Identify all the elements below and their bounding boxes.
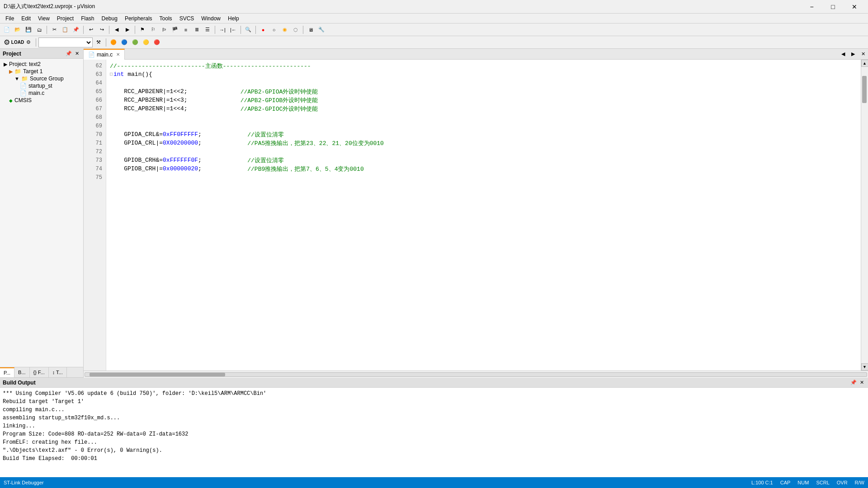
- periph1-btn[interactable]: 🟠: [108, 38, 118, 47]
- tab-right-btn[interactable]: ▶: [848, 49, 858, 59]
- code-content[interactable]: //-------------------------主函数----------…: [106, 60, 861, 371]
- debug4-btn[interactable]: ◌: [291, 25, 301, 35]
- tab-close-all-btn[interactable]: ✕: [858, 49, 868, 59]
- menu-item-debug[interactable]: Debug: [98, 14, 121, 23]
- open-btn[interactable]: 📂: [13, 25, 23, 35]
- toolbar1: 📄 📂 💾 🗂 ✂ 📋 📌 ↩ ↪ ◀ ▶ ⚑ ⚐ 🏳 🏴 ≡ ≣ ☰ →| |…: [0, 23, 868, 36]
- menu-item-svcs[interactable]: SVCS: [176, 14, 198, 23]
- project-close-btn[interactable]: ✕: [73, 50, 80, 57]
- minimize-button[interactable]: −: [802, 1, 822, 12]
- indent-btn[interactable]: →|: [217, 25, 227, 35]
- code-text-65a: RCC_APB2ENR|=1<<2;: [110, 88, 241, 95]
- bookmark6-btn[interactable]: ≣: [192, 25, 202, 35]
- outdent-btn[interactable]: |←: [228, 25, 238, 35]
- bookmark4-btn[interactable]: 🏴: [170, 25, 180, 35]
- code-hex-73: 0xFFFFFF0F: [163, 157, 198, 164]
- vscroll-down-btn[interactable]: ▼: [861, 363, 868, 371]
- debug2-btn[interactable]: ○: [269, 25, 279, 35]
- close-button[interactable]: ✕: [844, 1, 864, 12]
- debug1-btn[interactable]: ●: [258, 25, 268, 35]
- periph4-btn[interactable]: 🟡: [141, 38, 151, 47]
- manage-btn[interactable]: ⚒: [94, 38, 104, 47]
- bookmark5-btn[interactable]: ≡: [181, 25, 191, 35]
- view-btn[interactable]: 🖥: [306, 25, 316, 35]
- menu-item-file[interactable]: File: [2, 14, 18, 23]
- bookmark3-btn[interactable]: 🏳: [159, 25, 169, 35]
- tree-startup[interactable]: 📄 startup_st: [0, 82, 83, 89]
- bookmark1-btn[interactable]: ⚑: [137, 25, 147, 35]
- menu-item-tools[interactable]: Tools: [156, 14, 176, 23]
- menu-item-view[interactable]: View: [34, 14, 53, 23]
- bookmark7-btn[interactable]: ☰: [203, 25, 212, 35]
- temp-tab[interactable]: ↕ T...: [49, 367, 67, 377]
- tree-source-group[interactable]: ▼ 📁 Source Group: [0, 75, 83, 82]
- sep5: [215, 26, 215, 34]
- editor-tab-main-c[interactable]: 📄 main.c ✕: [84, 49, 125, 60]
- menu-item-flash[interactable]: Flash: [77, 14, 98, 23]
- build-output-close-btn[interactable]: ✕: [858, 379, 865, 386]
- hscroll-track[interactable]: [85, 372, 867, 377]
- func-tab[interactable]: {} F...: [30, 367, 49, 377]
- tree-main-c[interactable]: 📄 main.c: [0, 89, 83, 97]
- titlebar-controls: − □ ✕: [802, 1, 864, 12]
- undo-btn[interactable]: ↩: [86, 25, 96, 35]
- menu-item-peripherals[interactable]: Peripherals: [121, 14, 156, 23]
- bookmark2-btn[interactable]: ⚐: [148, 25, 158, 35]
- code-editor[interactable]: 62 63 64 65 66 67 68 69 70 71 72 73 74 7…: [84, 60, 861, 371]
- build-output-controls: 📌 ✕: [850, 379, 865, 386]
- periph3-btn[interactable]: 🟢: [130, 38, 140, 47]
- copy-btn[interactable]: 📋: [60, 25, 70, 35]
- menu-item-edit[interactable]: Edit: [18, 14, 34, 23]
- redo-btn[interactable]: ↪: [97, 25, 107, 35]
- save-btn[interactable]: 💾: [24, 25, 33, 35]
- back-btn[interactable]: ◀: [112, 25, 122, 35]
- build-all-btn[interactable]: ⚙: [2, 38, 12, 47]
- periph5-btn[interactable]: 🔴: [152, 38, 162, 47]
- vscroll-track[interactable]: [861, 67, 868, 363]
- menu-item-window[interactable]: Window: [198, 14, 224, 23]
- save-all-btn[interactable]: 🗂: [34, 25, 44, 35]
- new-file-btn[interactable]: 📄: [2, 25, 12, 35]
- project-pin-btn[interactable]: 📌: [65, 50, 72, 57]
- editor-vscroll[interactable]: ▲ ▼: [861, 60, 868, 371]
- sep3: [109, 26, 109, 34]
- target-setting-btn[interactable]: ⚙: [24, 38, 33, 47]
- project-icon: ▶: [4, 61, 7, 67]
- code-text-66b: //APB2-GPIOB外设时钟使能: [241, 96, 318, 104]
- tab-bar: 📄 main.c ✕ ◀ ▶ ✕: [84, 49, 868, 60]
- menu-item-project[interactable]: Project: [53, 14, 77, 23]
- debug3-btn[interactable]: ◉: [280, 25, 290, 35]
- ln-64: 64: [84, 79, 106, 87]
- cut-btn[interactable]: ✂: [49, 25, 59, 35]
- tree-project[interactable]: ▶ Project: text2: [0, 61, 83, 68]
- editor-scrollbar-h[interactable]: [84, 371, 868, 378]
- tree-cmsis[interactable]: ◆ CMSIS: [0, 97, 83, 104]
- maximize-button[interactable]: □: [823, 1, 843, 12]
- tab-close-btn[interactable]: ✕: [116, 52, 120, 57]
- options-btn[interactable]: 🔧: [316, 25, 326, 35]
- code-line-73: GPIOB_CRH&= 0xFFFFFF0F ; //设置位清零: [110, 156, 857, 164]
- build-line-7: ".\Objects\text2.axf" - 0 Error(s), 0 Wa…: [3, 446, 865, 455]
- vscroll-thumb[interactable]: [862, 76, 867, 103]
- paste-btn[interactable]: 📌: [71, 25, 81, 35]
- vscroll-up-btn[interactable]: ▲: [861, 60, 868, 67]
- target-label: Target 1: [23, 68, 42, 75]
- proj-tab[interactable]: P...: [0, 367, 14, 377]
- code-text-67a: RCC_APB2ENR|=1<<4;: [110, 105, 241, 112]
- build-output-pin-btn[interactable]: 📌: [850, 379, 857, 386]
- menu-item-help[interactable]: Help: [224, 14, 243, 23]
- hscroll-thumb[interactable]: [90, 373, 225, 376]
- tab-left-btn[interactable]: ◀: [838, 49, 848, 59]
- target-folder-icon: 📁: [14, 68, 21, 75]
- book-tab[interactable]: B...: [14, 367, 30, 377]
- load-btn[interactable]: LOAD: [13, 38, 23, 47]
- forward-btn[interactable]: ▶: [123, 25, 132, 35]
- source-group-arrow: ▼: [14, 76, 19, 81]
- tree-target[interactable]: ▶ 📁 Target 1: [0, 68, 83, 75]
- collapse-63[interactable]: □: [110, 72, 113, 77]
- target-dropdown[interactable]: Target 1: [38, 38, 93, 47]
- search-tbtn[interactable]: 🔍: [243, 25, 253, 35]
- cmsis-label: CMSIS: [14, 97, 32, 103]
- periph2-btn[interactable]: 🔵: [119, 38, 129, 47]
- ln-73: 73: [84, 156, 106, 164]
